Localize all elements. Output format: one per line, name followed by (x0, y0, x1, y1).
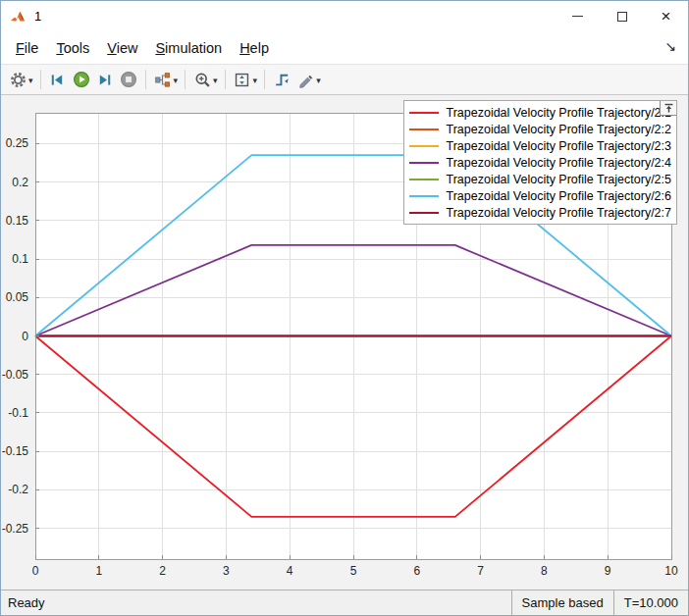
titlebar: 1 × (1, 1, 688, 31)
step-back-button[interactable] (46, 68, 70, 91)
scope-window: 1 × FileToolsViewSimulationHelp ↘ ▾ (0, 0, 689, 616)
toolbar-separator (185, 70, 186, 89)
legend-entry[interactable]: Trapezoidal Velocity Profile Trajectory/… (409, 104, 671, 121)
x-tick-label: 1 (95, 564, 102, 578)
y-tick-label: 0.2 (12, 176, 28, 189)
app-icon (10, 9, 26, 25)
legend-label: Trapezoidal Velocity Profile Trajectory/… (446, 173, 671, 186)
legend-label: Trapezoidal Velocity Profile Trajectory/… (446, 189, 671, 203)
status-sample-mode: Sample based (511, 590, 613, 615)
settings-dropdown[interactable]: ▾ (28, 74, 35, 85)
y-tick-label: 0.15 (6, 214, 29, 228)
trigger-button[interactable] (270, 68, 293, 91)
settings-button[interactable] (6, 68, 29, 91)
plot-region: 012345678910-0.25-0.2-0.15-0.1-0.0500.05… (1, 95, 688, 590)
step-forward-button[interactable] (93, 68, 117, 91)
toolbar-separator (264, 70, 265, 89)
legend-line-sample (409, 162, 439, 164)
legend-label: Trapezoidal Velocity Profile Trajectory/… (446, 123, 671, 136)
menu-item-tools[interactable]: Tools (47, 35, 98, 61)
y-tick-label: -0.2 (8, 483, 28, 496)
gear-icon (10, 72, 26, 88)
toolbar-separator (145, 70, 146, 89)
y-tick-label: 0.05 (6, 290, 29, 304)
legend-label: Trapezoidal Velocity Profile Trajectory/… (446, 206, 671, 220)
y-tick-label: -0.1 (8, 406, 28, 420)
y-tick-label: 0.1 (12, 252, 28, 266)
x-tick-label: 5 (350, 564, 357, 578)
x-tick-label: 0 (32, 564, 39, 578)
legend-entry[interactable]: Trapezoidal Velocity Profile Trajectory/… (409, 137, 671, 154)
status-time: T=10.000 (613, 590, 688, 615)
stop-button[interactable] (117, 68, 140, 91)
fit-dropdown[interactable]: ▾ (253, 74, 260, 85)
y-tick-label: -0.15 (2, 444, 29, 458)
legend-rows: Trapezoidal Velocity Profile Trajectory/… (409, 104, 671, 221)
legend[interactable]: Trapezoidal Velocity Profile Trajectory/… (403, 100, 677, 225)
window-title: 1 (34, 9, 41, 24)
legend-entry[interactable]: Trapezoidal Velocity Profile Trajectory/… (409, 204, 671, 221)
step-forward-icon (96, 72, 113, 88)
zoom-icon (194, 72, 211, 88)
legend-label: Trapezoidal Velocity Profile Trajectory/… (446, 106, 671, 120)
legend-line-sample (409, 179, 439, 180)
legend-entry[interactable]: Trapezoidal Velocity Profile Trajectory/… (409, 187, 671, 204)
signal-selector-dropdown[interactable]: ▾ (174, 74, 181, 85)
legend-label: Trapezoidal Velocity Profile Trajectory/… (446, 156, 671, 170)
legend-entry[interactable]: Trapezoidal Velocity Profile Trajectory/… (409, 171, 671, 187)
x-tick-label: 2 (159, 564, 166, 578)
dock-arrow-icon[interactable]: ↘ (664, 38, 676, 54)
menu-item-help[interactable]: Help (231, 35, 278, 61)
x-tick-label: 6 (413, 564, 420, 578)
menubar-items: FileToolsViewSimulationHelp (7, 35, 278, 61)
minimize-button[interactable] (556, 1, 600, 31)
menu-item-simulation[interactable]: Simulation (146, 35, 231, 61)
measurements-dropdown[interactable]: ▾ (316, 74, 323, 85)
x-tick-label: 9 (605, 564, 611, 578)
step-back-icon (49, 72, 66, 88)
legend-line-sample (409, 112, 439, 114)
maximize-icon (617, 12, 627, 22)
x-tick-label: 10 (664, 564, 678, 578)
stop-icon (120, 71, 137, 88)
measurements-icon (297, 72, 314, 88)
legend-label: Trapezoidal Velocity Profile Trajectory/… (446, 139, 671, 153)
close-button[interactable]: × (644, 1, 688, 31)
statusbar: Ready Sample based T=10.000 (1, 590, 688, 615)
legend-line-sample (409, 195, 439, 197)
measurements-button[interactable] (293, 68, 317, 91)
fit-to-view-button[interactable] (231, 68, 254, 91)
zoom-dropdown[interactable]: ▾ (213, 74, 220, 85)
y-tick-label: 0.25 (6, 136, 29, 150)
legend-line-sample (409, 128, 439, 130)
toolbar-separator (225, 70, 226, 89)
signal-selector-button[interactable] (151, 68, 175, 91)
menubar: FileToolsViewSimulationHelp ↘ (1, 31, 688, 64)
toolbar: ▾ (1, 64, 688, 95)
y-tick-label: 0 (22, 330, 28, 343)
fit-to-view-icon (234, 72, 250, 88)
legend-entry[interactable]: Trapezoidal Velocity Profile Trajectory/… (409, 121, 671, 137)
y-tick-label: -0.25 (2, 522, 29, 536)
minimize-icon (572, 16, 583, 17)
legend-dock-button[interactable] (660, 101, 676, 116)
x-tick-label: 8 (541, 564, 548, 578)
x-tick-label: 3 (223, 564, 230, 578)
legend-line-sample (409, 145, 439, 147)
menu-item-view[interactable]: View (98, 35, 146, 61)
zoom-button[interactable] (190, 68, 214, 91)
y-tick-label: -0.05 (2, 368, 29, 382)
toolbar-separator (40, 70, 41, 89)
maximize-button[interactable] (600, 1, 644, 31)
legend-line-sample (409, 212, 439, 214)
menu-item-file[interactable]: File (7, 35, 47, 61)
run-button[interactable] (70, 68, 93, 91)
signal-selector-icon (154, 72, 171, 88)
run-icon (73, 71, 90, 88)
trigger-icon (274, 72, 291, 88)
status-ready: Ready (1, 590, 511, 615)
x-tick-label: 4 (287, 564, 293, 578)
legend-entry[interactable]: Trapezoidal Velocity Profile Trajectory/… (409, 154, 671, 171)
x-tick-label: 7 (477, 564, 484, 578)
dock-up-icon (663, 103, 674, 114)
